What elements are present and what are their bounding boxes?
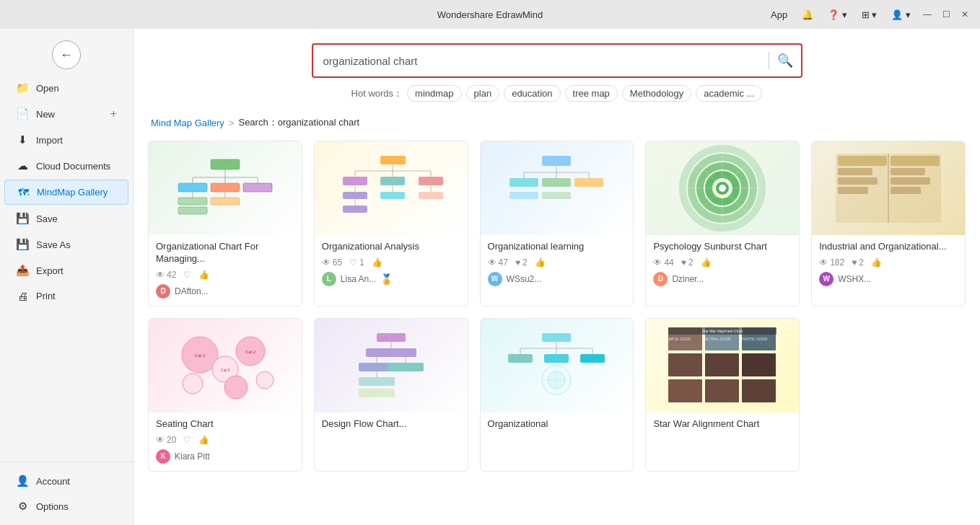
sidebar-item-save-as[interactable]: 💾 Save As xyxy=(4,232,128,257)
minimize-button[interactable]: — xyxy=(921,8,934,21)
gallery-card-6[interactable]: Cat 1 Cat 2 Cat 3 Seating Chart 👁 20 xyxy=(148,318,302,472)
gallery-card-5[interactable]: Industrial and Organizational... 👁 182 ♥… xyxy=(811,141,966,306)
svg-rect-100 xyxy=(668,379,702,402)
card-share-5: 👍 xyxy=(871,257,882,268)
options-icon: ⚙ xyxy=(16,500,29,513)
hot-word-methodology[interactable]: Methodology xyxy=(622,85,691,102)
sidebar-item-save[interactable]: 💾 Save xyxy=(4,206,128,231)
gallery-card-7[interactable]: Design Flow Chart... xyxy=(314,318,468,472)
sidebar-item-print[interactable]: 🖨 Print xyxy=(4,284,128,308)
sidebar-item-open[interactable]: 📁 Open xyxy=(4,76,128,100)
breadcrumb-gallery[interactable]: Mind Map Gallery xyxy=(151,118,224,128)
card-info-7: Design Flow Chart... xyxy=(315,412,468,442)
search-input[interactable] xyxy=(313,48,769,74)
svg-rect-8 xyxy=(243,183,272,192)
card-share-1: 👍 xyxy=(198,270,209,280)
gallery-icon: 🗺 xyxy=(17,186,30,198)
hot-word-treemap[interactable]: tree map xyxy=(565,85,618,102)
cloud-icon: ☁ xyxy=(16,159,29,172)
close-button[interactable]: ✕ xyxy=(958,8,971,21)
author-avatar-5: W xyxy=(819,272,834,286)
breadcrumb: Mind Map Gallery > Search：organizational… xyxy=(134,109,980,133)
card-info-8: Organizational xyxy=(481,412,634,442)
gallery-card-4[interactable]: Psychology Sunburst Chart 👁 44 ♥ 2 👍 xyxy=(645,141,800,306)
breadcrumb-separator: > xyxy=(229,118,235,128)
sidebar-item-export[interactable]: 📤 Export xyxy=(4,258,128,283)
profile-button[interactable]: 👤 ▾ xyxy=(887,6,915,23)
svg-rect-79 xyxy=(359,377,395,386)
help-button[interactable]: ❓ ▾ xyxy=(823,6,852,23)
sidebar-item-account[interactable]: 👤 Account xyxy=(4,469,128,493)
svg-rect-13 xyxy=(211,198,240,205)
eye-icon-3: 👁 xyxy=(488,257,496,268)
title-bar: Wondershare EdrawMind App 🔔 ❓ ▾ ⊞ ▾ 👤 ▾ … xyxy=(0,0,980,29)
app-title: Wondershare EdrawMind xyxy=(437,9,543,20)
sidebar-bottom: 👤 Account ⚙ Options xyxy=(0,462,133,519)
card-thumb-2 xyxy=(315,141,468,235)
save-icon: 💾 xyxy=(16,212,29,225)
export-icon: 📤 xyxy=(16,264,29,277)
notification-button[interactable]: 🔔 xyxy=(797,6,818,23)
gallery-card-2[interactable]: Organizational Analysis 👁 65 ♡ 1 👍 xyxy=(314,141,468,306)
svg-rect-87 xyxy=(508,354,533,363)
svg-rect-22 xyxy=(419,177,443,185)
hot-word-mindmap[interactable]: mindmap xyxy=(407,85,461,102)
svg-text:Star War Alignment Chart: Star War Alignment Chart xyxy=(702,329,743,333)
gallery-grid: Organizational Chart For Managing... 👁 4… xyxy=(134,133,980,486)
card-info-3: Organizational learning 👁 47 ♥ 2 👍 xyxy=(481,235,634,294)
author-name-4: Dziner... xyxy=(672,274,704,284)
card-share-2: 👍 xyxy=(372,257,382,268)
svg-point-67 xyxy=(256,371,274,389)
hot-word-education[interactable]: education xyxy=(504,85,560,102)
gallery-card-3[interactable]: Organizational learning 👁 47 ♥ 2 👍 xyxy=(480,141,634,306)
svg-rect-7 xyxy=(211,183,240,192)
gallery-card-1[interactable]: Organizational Chart For Managing... 👁 4… xyxy=(148,141,302,306)
svg-rect-77 xyxy=(388,363,424,371)
search-button[interactable]: 🔍 xyxy=(769,45,801,76)
eye-icon: 👁 xyxy=(156,270,165,280)
author-name-5: WSHX... xyxy=(838,274,871,284)
gallery-card-8[interactable]: Organizational xyxy=(480,318,634,472)
svg-rect-89 xyxy=(580,354,605,363)
search-section: 🔍 Hot words： mindmap plan education tree… xyxy=(134,29,980,109)
back-button[interactable]: ← xyxy=(52,40,81,69)
card-thumb-8 xyxy=(481,319,634,412)
svg-rect-80 xyxy=(359,389,395,397)
sidebar-item-import[interactable]: ⬇ Import xyxy=(4,128,128,152)
like-icon: 👍 xyxy=(198,270,209,280)
sidebar-item-mindmap-gallery[interactable]: 🗺 MindMap Gallery xyxy=(4,180,128,205)
card-author-1: D DAfton... xyxy=(156,284,294,299)
heart-icon: ♡ xyxy=(183,270,191,280)
author-name-3: WSsu2... xyxy=(507,274,542,284)
card-thumb-9: Star War Alignment Chart LAWFUL GOOD NEU… xyxy=(646,319,799,412)
card-stats-1: 👁 42 ♡ 👍 xyxy=(156,270,294,280)
svg-point-66 xyxy=(224,376,248,399)
hot-word-plan[interactable]: plan xyxy=(466,85,500,102)
sidebar-item-new[interactable]: 📄 New + xyxy=(4,102,128,126)
sidebar-item-options[interactable]: ⚙ Options xyxy=(4,494,128,519)
grid-button[interactable]: ⊞ ▾ xyxy=(857,6,882,23)
sidebar-label-import: Import xyxy=(36,135,63,146)
app-button[interactable]: App xyxy=(766,6,792,23)
sidebar: ← 📁 Open 📄 New + ⬇ Import ☁ Cloud Docume… xyxy=(0,29,134,525)
author-avatar-1: D xyxy=(156,284,170,299)
svg-rect-99 xyxy=(742,353,776,376)
sidebar-label-open: Open xyxy=(36,83,59,94)
maximize-button[interactable]: ☐ xyxy=(940,8,953,21)
card-title-7: Design Flow Chart... xyxy=(322,418,460,431)
card-thumb-1 xyxy=(149,141,302,235)
svg-text:LAWFUL GOOD: LAWFUL GOOD xyxy=(667,337,691,341)
card-title-8: Organizational xyxy=(488,418,626,431)
card-views-3: 👁 47 xyxy=(488,257,508,268)
gallery-card-9[interactable]: Star War Alignment Chart LAWFUL GOOD NEU… xyxy=(645,318,800,472)
like-icon-4: 👍 xyxy=(701,257,712,268)
new-plus-icon[interactable]: + xyxy=(110,107,117,120)
svg-rect-59 xyxy=(891,177,930,185)
svg-point-65 xyxy=(183,374,203,394)
card-author-6: K Kiara Pitt xyxy=(156,449,294,464)
sidebar-item-cloud[interactable]: ☁ Cloud Documents xyxy=(4,154,128,178)
hot-word-academic[interactable]: academic ... xyxy=(696,85,762,102)
eye-icon-2: 👁 xyxy=(322,257,331,268)
svg-rect-20 xyxy=(343,177,367,185)
svg-rect-0 xyxy=(211,159,240,169)
